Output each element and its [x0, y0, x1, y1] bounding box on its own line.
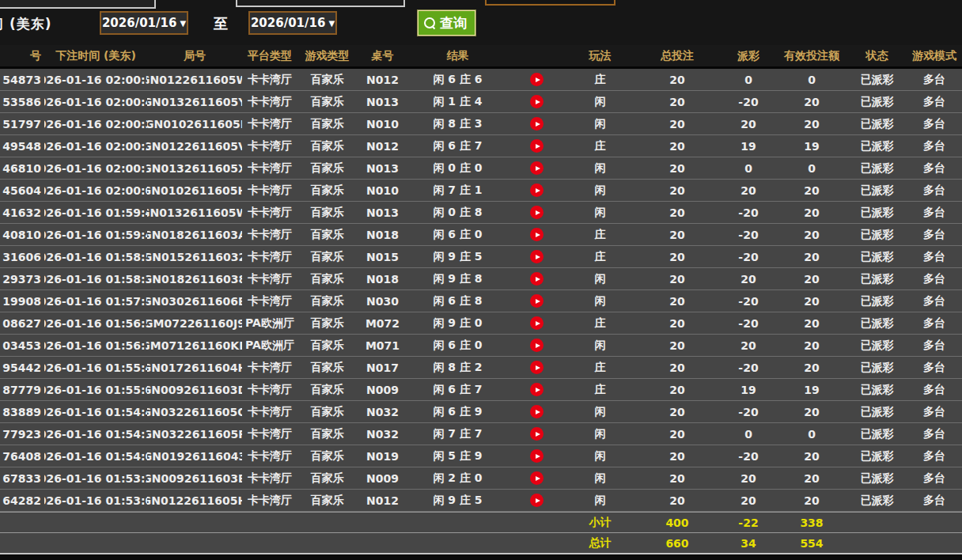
cropped-input-middle[interactable]: [236, 0, 405, 7]
table-no-cell: M071: [357, 335, 408, 356]
total-bet-cell: 20: [634, 91, 721, 112]
game-mode-cell: 多台: [907, 357, 962, 378]
play-video-icon[interactable]: [530, 206, 543, 219]
betting-records-screen: 间 (美东) 2026/01/16 ▼ 至 2026/01/16 ▼ 查询 号 …: [0, 0, 962, 560]
play-video-icon[interactable]: [530, 361, 543, 374]
total-bet-cell: 20: [634, 312, 721, 334]
bet-time-cell: 2026-01-16 02:00:10: [44, 157, 147, 179]
replay-cell: [507, 135, 566, 157]
game-mode-cell: 多台: [907, 290, 962, 312]
play-video-icon[interactable]: [530, 95, 543, 108]
order-id-cell: 45604: [0, 180, 44, 201]
play-video-icon[interactable]: [530, 405, 543, 418]
game-type-cell: 百家乐: [297, 268, 357, 289]
platform-cell: 卡卡湾厅: [242, 135, 297, 157]
status-badge: 已派彩: [847, 401, 907, 422]
play-video-icon[interactable]: [530, 383, 543, 396]
result-cell: 闲 6 庄 0: [408, 224, 507, 245]
total-spacer: [0, 533, 566, 554]
replay-cell: [507, 445, 566, 467]
bet-time-cell: 2026-01-16 01:56:30: [44, 335, 147, 356]
total-bet-cell: 20: [634, 113, 721, 134]
total-bet-cell: 20: [634, 290, 721, 312]
table-no-cell: N015: [357, 246, 408, 267]
result-cell: 闲 6 庄 8: [408, 290, 507, 312]
col-bet-type: 玩法: [566, 45, 634, 66]
table-row: 19908 2026-01-16 01:57:52 GN0302611606B …: [0, 290, 962, 312]
payout-cell: 20: [721, 180, 776, 201]
play-video-icon[interactable]: [530, 250, 543, 263]
result-cell: 闲 7 庄 1: [408, 180, 507, 201]
valid-bet-cell: 20: [776, 246, 847, 267]
bet-time-cell: 2026-01-16 01:56:57: [44, 312, 147, 334]
play-video-icon[interactable]: [530, 294, 543, 308]
round-id-cell: GN01826116038: [147, 268, 242, 289]
table-no-cell: N018: [357, 224, 408, 245]
total-total-bet: 660: [634, 533, 721, 554]
bet-time-cell: 2026-01-16 01:59:44: [44, 202, 147, 223]
game-type-cell: 百家乐: [297, 335, 357, 356]
result-cell: 闲 1 庄 4: [408, 91, 507, 112]
valid-bet-cell: 20: [776, 445, 847, 467]
game-mode-cell: 多台: [907, 335, 962, 356]
play-video-icon[interactable]: [530, 316, 543, 330]
play-video-icon[interactable]: [530, 73, 543, 86]
order-id-cell: 76408: [0, 445, 44, 467]
replay-cell: [507, 180, 566, 201]
cropped-input-right[interactable]: [485, 0, 615, 6]
table-no-cell: N013: [357, 91, 408, 112]
status-badge: 已派彩: [847, 357, 907, 378]
total-bet-cell: 20: [634, 379, 721, 400]
total-bet-cell: 20: [634, 357, 721, 378]
cropped-input-left[interactable]: [0, 0, 156, 9]
play-video-icon[interactable]: [530, 161, 543, 175]
result-cell: 闲 9 庄 0: [408, 312, 507, 334]
replay-cell: [507, 224, 566, 245]
table-no-cell: N018: [357, 268, 408, 289]
table-no-cell: N032: [357, 401, 408, 422]
round-id-cell: GN0122611605W: [147, 69, 242, 90]
table-row: 53586 2026-01-16 02:00:45 GN0132611605Y …: [0, 91, 962, 113]
status-badge: 已派彩: [847, 113, 907, 134]
play-video-icon[interactable]: [530, 272, 543, 286]
play-video-icon[interactable]: [530, 139, 543, 153]
play-video-icon[interactable]: [530, 184, 543, 197]
game-type-cell: 百家乐: [297, 157, 357, 179]
order-id-cell: 40810: [0, 224, 44, 245]
play-video-icon[interactable]: [530, 494, 543, 507]
table-no-cell: M072: [357, 312, 408, 334]
round-id-cell: GN0322611605P: [147, 423, 242, 445]
date-to-picker[interactable]: 2026/01/16 ▼: [248, 11, 337, 35]
search-icon: [424, 17, 436, 29]
game-type-cell: 百家乐: [297, 246, 357, 267]
status-badge: 已派彩: [847, 69, 907, 90]
payout-cell: -20: [721, 91, 776, 112]
bet-time-cell: 2026-01-16 01:54:45: [44, 401, 147, 422]
play-video-icon[interactable]: [530, 449, 543, 463]
subtotal-spacer: [0, 513, 566, 532]
status-badge: 已派彩: [847, 290, 907, 312]
game-type-cell: 百家乐: [297, 91, 357, 112]
total-bet-cell: 20: [634, 246, 721, 267]
chevron-down-icon: ▼: [328, 19, 335, 28]
result-cell: 闲 6 庄 0: [408, 335, 507, 356]
platform-cell: 卡卡湾厅: [242, 290, 297, 312]
play-video-icon[interactable]: [530, 427, 543, 441]
game-type-cell: 百家乐: [297, 113, 357, 134]
play-video-icon[interactable]: [530, 339, 543, 352]
date-from-picker[interactable]: 2026/01/16 ▼: [100, 11, 188, 35]
play-video-icon[interactable]: [530, 228, 543, 241]
status-badge: 已派彩: [847, 445, 907, 467]
date-to-value: 2026/01/16: [251, 16, 325, 30]
table-row: 40810 2026-01-16 01:59:41 GN0182611603A …: [0, 224, 962, 246]
search-button[interactable]: 查询: [418, 10, 475, 36]
order-id-cell: 08627: [0, 312, 44, 334]
play-video-icon[interactable]: [530, 117, 543, 131]
game-type-cell: 百家乐: [297, 357, 357, 378]
bet-time-cell: 2026-01-16 01:59:41: [44, 224, 147, 245]
table-no-cell: N009: [357, 379, 408, 400]
payout-cell: 20: [721, 113, 776, 134]
order-id-cell: 77923: [0, 423, 44, 445]
total-payout: 34: [721, 533, 776, 554]
play-video-icon[interactable]: [530, 471, 543, 485]
